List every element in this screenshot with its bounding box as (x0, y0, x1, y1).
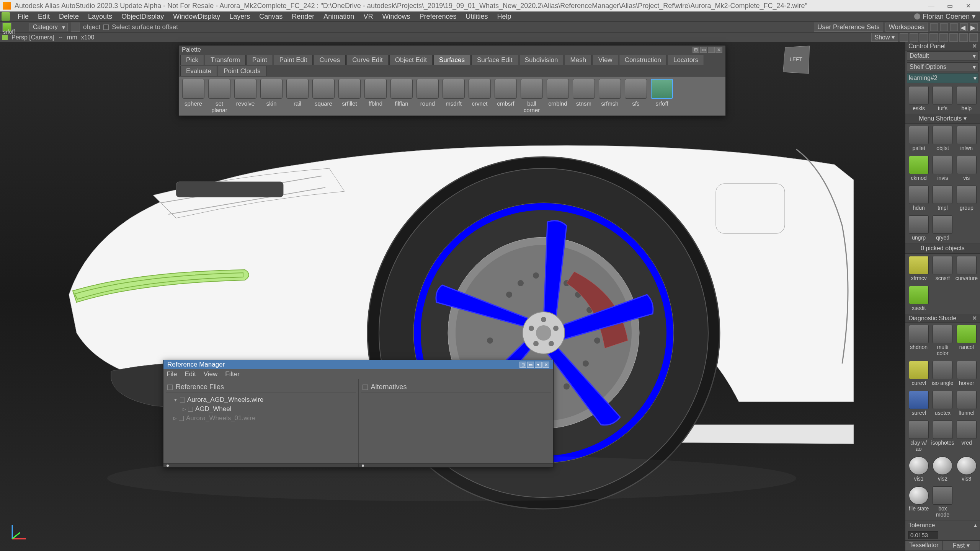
menu-file[interactable]: File (13, 11, 33, 21)
menu-windowdisplay[interactable]: WindowDisplay (168, 11, 225, 21)
layout-icon-5[interactable]: ▶ (970, 23, 978, 31)
refmgr-menu-view[interactable]: View (204, 370, 218, 378)
tool-srfmsh[interactable]: srfmsh (598, 79, 622, 113)
cp-tool-curevl[interactable]: curevl (908, 361, 930, 386)
tolerance-collapse-icon[interactable]: ▴ (974, 522, 977, 529)
cp-tool-horver[interactable]: horver (956, 361, 978, 386)
search-icon[interactable] (71, 23, 80, 32)
cp-tool-file state[interactable]: file state (908, 486, 930, 518)
refmgr-opt2-icon[interactable]: ▭ (527, 362, 534, 368)
menu-windows[interactable]: Windows (377, 11, 415, 21)
cp-tool-multi color[interactable]: multi color (931, 325, 954, 356)
palette-tab-construction[interactable]: Construction (619, 55, 667, 65)
cp-tool-infwn[interactable]: infwn (956, 126, 978, 151)
palette-tab-curves[interactable]: Curves (314, 55, 346, 65)
layout-icon-3[interactable] (950, 23, 958, 31)
ref-scrub-left[interactable] (163, 463, 358, 467)
cp-tool-hdun[interactable]: hdun (908, 186, 930, 211)
ref-scrub-right[interactable] (358, 463, 554, 467)
palette-tab-surfaces[interactable]: Surfaces (433, 55, 470, 65)
refmgr-close-icon[interactable]: ✕ (542, 362, 549, 368)
pref-sets-button[interactable]: User Preference Sets (814, 23, 883, 32)
tool-srfillet[interactable]: srfillet (337, 79, 362, 113)
workspaces-button[interactable]: Workspaces (885, 23, 928, 32)
close-button[interactable]: ✕ (959, 0, 977, 11)
cp-tool-vis2[interactable]: vis2 (931, 456, 954, 482)
tolerance-input[interactable] (908, 531, 938, 539)
menu-shortcuts-header[interactable]: Menu Shortcuts ▾ (905, 114, 980, 124)
tool-srfoff[interactable]: srfoff (650, 79, 674, 113)
palette-tab-paint[interactable]: Paint (247, 55, 273, 65)
cp-tool-ungrp[interactable]: ungrp (908, 215, 930, 241)
tool-msdrft[interactable]: msdrft (441, 79, 466, 113)
reffiles-checkbox[interactable] (167, 385, 173, 390)
ref-item[interactable]: ▷Aurora_Wheels_01.wire (166, 414, 356, 423)
vp-icon-5[interactable] (939, 33, 948, 42)
palette-tab-view[interactable]: View (593, 55, 618, 65)
menu-preferences[interactable]: Preferences (415, 11, 461, 21)
vp-icon-4[interactable] (929, 33, 938, 42)
ref-checkbox[interactable] (179, 416, 184, 421)
select-checkbox[interactable] (103, 24, 109, 30)
cp-tool-isophotes[interactable]: isophotes (931, 421, 954, 452)
user-name[interactable]: Florian Coenen (923, 13, 970, 21)
menu-utilities[interactable]: Utilities (461, 11, 492, 21)
palette-tab-paint-edit[interactable]: Paint Edit (274, 55, 313, 65)
palette-opt2-icon[interactable]: ▭ (700, 47, 707, 53)
cp-tool-pallet[interactable]: pallet (908, 126, 930, 151)
cp-tool-xfrmcv[interactable]: xfrmcv (908, 256, 930, 281)
tool-cmbsrf[interactable]: cmbsrf (493, 79, 518, 113)
cp-tool-group[interactable]: group (956, 186, 978, 211)
layout-icon-1[interactable] (930, 23, 938, 31)
menu-canvas[interactable]: Canvas (255, 11, 287, 21)
menu-delete[interactable]: Delete (54, 11, 83, 21)
cp-tool-qryed[interactable]: qryed (931, 215, 954, 241)
palette-tab-mesh[interactable]: Mesh (565, 55, 592, 65)
palette-min-icon[interactable]: — (708, 47, 715, 53)
expand-icon[interactable]: ▷ (173, 416, 176, 421)
tool-filflan[interactable]: filflan (389, 79, 414, 113)
toggle-arrows-icon[interactable]: ↔ (58, 34, 63, 40)
palette-tab-pick[interactable]: Pick (180, 55, 204, 65)
cp-tool-clay w/ ao[interactable]: clay w/ ao (908, 421, 930, 452)
palette-tab-evaluate[interactable]: Evaluate (180, 66, 217, 76)
tool-crnblnd[interactable]: crnblnd (546, 79, 570, 113)
tool-revolve[interactable]: revolve (233, 79, 258, 113)
view-cube[interactable]: LEFT (783, 46, 810, 73)
cp-tool-box mode[interactable]: box mode (931, 486, 954, 518)
tool-sphere[interactable]: sphere (181, 79, 206, 113)
camera-label[interactable]: Persp [Camera] (11, 34, 54, 41)
palette-tab-point-clouds[interactable]: Point Clouds (218, 66, 266, 76)
tool-round[interactable]: round (415, 79, 440, 113)
user-avatar-icon[interactable] (914, 13, 920, 20)
preset-dropdown[interactable]: Default▾ (907, 51, 978, 61)
cp-tool-objlst[interactable]: objlst (931, 126, 954, 151)
vp-icon-8[interactable] (969, 33, 978, 42)
control-panel-close-icon[interactable]: ✕ (972, 42, 977, 50)
cp-tool-vred[interactable]: vred (956, 421, 978, 452)
cp-tool-rancol[interactable]: rancol (956, 325, 978, 356)
tessellator-button[interactable]: Tessellator (905, 541, 943, 550)
shelf-options-dropdown[interactable]: Shelf Options▾ (907, 62, 978, 72)
menu-vr[interactable]: VR (359, 11, 377, 21)
alternatives-checkbox[interactable] (363, 385, 368, 390)
minimize-button[interactable]: — (923, 0, 940, 11)
cp-tool-ltunnel[interactable]: ltunnel (956, 391, 978, 416)
palette-tab-subdivision[interactable]: Subdivision (519, 55, 564, 65)
expand-icon[interactable]: ▼ (173, 398, 178, 402)
cp-tool-eskls[interactable]: eskls (908, 86, 930, 111)
fast-button[interactable]: Fast ▾ (943, 541, 980, 550)
palette-tab-surface-edit[interactable]: Surface Edit (471, 55, 518, 65)
category-dropdown[interactable]: Category (29, 23, 68, 31)
ref-item[interactable]: ▼Aurora_AGD_Wheels.wire (166, 395, 356, 404)
layout-icon-4[interactable]: ◀ (960, 23, 968, 31)
cp-tool-invis[interactable]: invis (931, 156, 954, 181)
palette-tab-curve-edit[interactable]: Curve Edit (346, 55, 388, 65)
menu-animation[interactable]: Animation (319, 11, 359, 21)
cp-tool-xsedit[interactable]: xsedit (908, 286, 930, 311)
maximize-button[interactable]: ▭ (941, 0, 959, 11)
user-dropdown-icon[interactable]: ▾ (972, 12, 975, 21)
tool-skin[interactable]: skin (259, 79, 284, 113)
cp-tool-ckmod[interactable]: ckmod (908, 156, 930, 181)
cp-tool-vis1[interactable]: vis1 (908, 456, 930, 482)
